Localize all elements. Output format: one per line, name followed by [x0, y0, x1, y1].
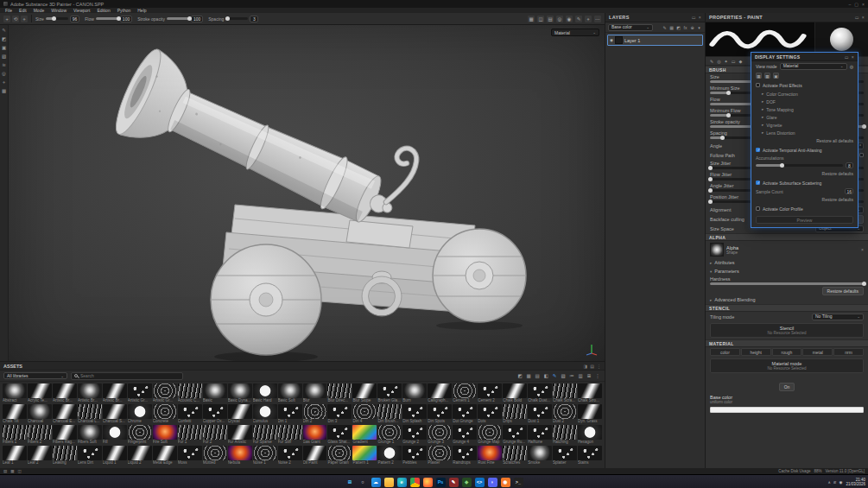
param-slider[interactable] — [46, 17, 68, 20]
asset-item[interactable]: Pattern 1 — [352, 446, 377, 466]
param-slider[interactable] — [225, 17, 248, 20]
asset-item[interactable]: Fur Sparse — [253, 425, 277, 445]
asset-thumbnail[interactable] — [528, 446, 552, 460]
asset-item[interactable]: Fibers Soft — [78, 425, 102, 445]
asset-thumbnail[interactable] — [402, 404, 427, 419]
asset-item[interactable]: Pebbles — [402, 446, 427, 466]
asset-item[interactable]: Copper Ox... — [203, 404, 227, 424]
asset-item[interactable]: Dot Grunge — [453, 404, 477, 424]
effect-row[interactable]: ▸Color Correction — [751, 90, 858, 98]
asset-thumbnail[interactable] — [578, 404, 602, 419]
view-mode-select[interactable]: Material ⌄ — [551, 29, 599, 36]
asset-item[interactable]: Concrete — [153, 404, 177, 424]
remove-alpha-icon[interactable]: × — [861, 247, 864, 252]
param-value[interactable]: 3 — [250, 16, 258, 22]
sss-checkbox[interactable] — [756, 181, 760, 185]
asset-item[interactable]: Hatching — [553, 425, 577, 445]
asset-thumbnail[interactable] — [228, 383, 252, 398]
assets-header-icon[interactable]: ◨ — [584, 364, 588, 369]
asset-item[interactable]: Noise 1 — [253, 446, 277, 466]
accumulations-slider[interactable] — [756, 164, 843, 167]
asset-item[interactable]: Chalk Dust... — [528, 383, 552, 403]
close-icon[interactable]: × — [852, 54, 854, 60]
asset-thumbnail[interactable] — [278, 446, 302, 460]
channel-tab[interactable]: color — [710, 348, 740, 356]
effect-row[interactable]: ▸Vignette — [751, 121, 858, 129]
taskbar-app-icon[interactable]: ◉ — [501, 478, 510, 487]
asset-item[interactable]: Grunge Map — [478, 425, 502, 445]
asset-item[interactable]: Acrylic Te... — [28, 383, 52, 403]
shelf-view-icon[interactable]: ▤ — [3, 469, 7, 473]
asset-thumbnail[interactable] — [553, 383, 577, 398]
asset-thumbnail[interactable] — [178, 404, 202, 419]
taskbar-app-icon[interactable] — [384, 478, 394, 487]
asset-thumbnail[interactable] — [428, 446, 452, 460]
asset-thumbnail[interactable] — [28, 446, 52, 460]
asset-item[interactable]: Crystal — [228, 404, 252, 424]
asset-item[interactable]: Basic Dyna... — [228, 383, 252, 403]
asset-thumbnail[interactable] — [327, 446, 352, 460]
toolbar-icon[interactable]: ⌖ — [21, 16, 28, 22]
asset-item[interactable]: Cumulus — [253, 404, 277, 424]
asset-item[interactable]: Chalk Bold — [503, 383, 527, 403]
material-mode-button[interactable]: Material mode No Resource Selected — [710, 358, 864, 373]
asset-item[interactable]: Abstract — [3, 383, 27, 403]
asset-thumbnail[interactable] — [278, 404, 302, 419]
asset-item[interactable]: Noise 2 — [278, 446, 302, 466]
asset-item[interactable]: Dust 2 — [553, 404, 577, 424]
asset-item[interactable]: Acoustic C... — [178, 383, 202, 403]
asset-thumbnail[interactable] — [103, 383, 127, 398]
asset-item[interactable]: Moss — [178, 446, 202, 466]
taskbar-app-icon[interactable]: ○ — [358, 478, 368, 487]
sample-count-value[interactable]: 16 — [845, 188, 853, 194]
camera-icon[interactable]: ◎ — [850, 64, 853, 69]
asset-item[interactable]: Cement 2 — [478, 383, 502, 403]
asset-thumbnail[interactable] — [453, 404, 477, 419]
channel-tab[interactable]: height — [741, 348, 771, 356]
asset-item[interactable]: Dots — [478, 404, 502, 424]
asset-thumbnail[interactable] — [153, 404, 177, 419]
channel-tab[interactable]: rough — [772, 348, 802, 356]
restore-all-defaults-button[interactable]: Restore all defaults — [751, 136, 858, 145]
viewport-toggle-icon[interactable]: ⋯ — [594, 16, 601, 22]
asset-filter-icon[interactable]: ▨ — [560, 373, 567, 378]
asset-item[interactable]: Fill — [103, 425, 127, 445]
asset-thumbnail[interactable] — [553, 425, 577, 440]
taskbar-app-icon[interactable]: ⊞ — [345, 478, 355, 487]
taskbar-app-icon[interactable]: ☁ — [371, 478, 381, 487]
asset-item[interactable]: Halftone — [528, 425, 552, 445]
layer-action-icon[interactable]: ⊕ — [689, 25, 695, 30]
viewport-toggle-icon[interactable]: ▤ — [547, 16, 554, 22]
brush-mode-icon[interactable]: ▭ — [732, 59, 736, 64]
asset-item[interactable]: Pattern 2 — [377, 446, 402, 466]
asset-item[interactable]: Grunge Ru... — [503, 425, 527, 445]
asset-item[interactable]: Mottled — [203, 446, 227, 466]
alpha-resource[interactable]: Alpha Shape × — [710, 243, 864, 257]
asset-thumbnail[interactable] — [278, 383, 302, 398]
asset-thumbnail[interactable] — [478, 404, 502, 419]
asset-thumbnail[interactable] — [327, 425, 352, 440]
dialog-view-mode-select[interactable]: Material⌄ — [780, 63, 847, 70]
asset-thumbnail[interactable] — [428, 383, 452, 398]
hardness-slider[interactable] — [710, 282, 864, 285]
viewport-toggle-icon[interactable]: ✎ — [575, 16, 582, 22]
library-select[interactable]: All libraries⌄ — [3, 372, 67, 379]
asset-item[interactable]: Dirt Spots — [428, 404, 452, 424]
asset-item[interactable]: Stains — [578, 446, 602, 466]
asset-filter-icon[interactable]: ⋮ — [594, 373, 601, 378]
asset-filter-icon[interactable]: ◧ — [542, 373, 549, 378]
tool-icon[interactable]: ✎ — [0, 27, 8, 35]
asset-thumbnail[interactable] — [578, 425, 602, 440]
tool-icon[interactable]: ▦ — [0, 87, 8, 95]
asset-thumbnail[interactable] — [28, 404, 52, 419]
taskbar-app-icon[interactable]: ◦ — [410, 478, 420, 487]
asset-item[interactable]: Fur Stiff — [278, 425, 302, 445]
advanced-blending-collapsible[interactable]: ▸Advanced Blending — [706, 295, 868, 304]
window-control-icon[interactable]: – — [849, 2, 852, 7]
render-mode-icon[interactable]: ▦ — [756, 73, 762, 79]
taskbar-app-icon[interactable]: e — [397, 478, 407, 487]
asset-thumbnail[interactable] — [3, 446, 27, 460]
brush-mode-icon[interactable]: ◆ — [739, 59, 743, 64]
asset-item[interactable]: Dust 1 — [528, 404, 552, 424]
asset-thumbnail[interactable] — [178, 425, 202, 440]
